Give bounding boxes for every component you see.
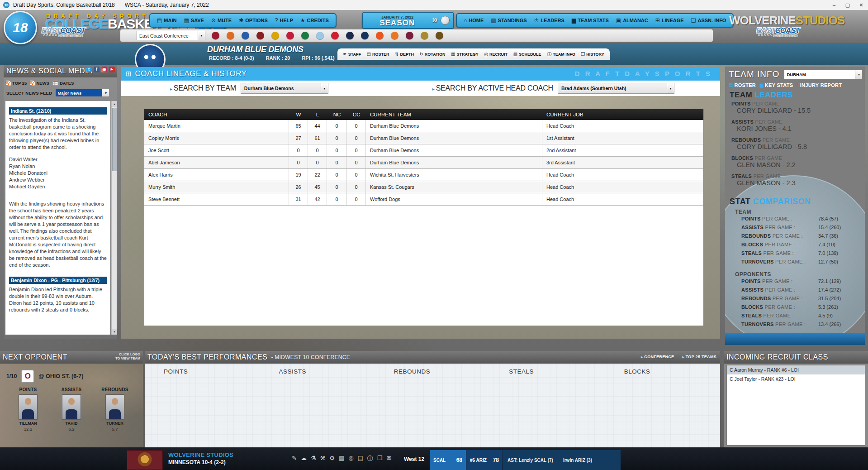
chevron-down-icon[interactable]: ▼ bbox=[855, 70, 862, 79]
team-logo[interactable] bbox=[391, 32, 398, 39]
main-button[interactable]: ▤ MAIN bbox=[154, 15, 180, 26]
tab-team-info[interactable]: ⓘ TEAM INFO bbox=[547, 51, 575, 58]
tab-schedule[interactable]: ▥ SCHEDULE bbox=[513, 52, 541, 57]
maximize-button[interactable]: ▢ bbox=[841, 0, 854, 10]
news-tab-news[interactable]: NEWS bbox=[30, 81, 49, 86]
lineage-button[interactable]: ⊞ LINEAGE bbox=[652, 15, 687, 26]
tools-icon[interactable]: ⚒ bbox=[320, 455, 326, 463]
news-scrollbar[interactable]: ▲ ▼ bbox=[111, 101, 117, 335]
gear-icon[interactable]: ⚙ bbox=[329, 455, 335, 463]
team-logo[interactable] bbox=[316, 32, 324, 39]
mute-button[interactable]: ⊘ MUTE bbox=[208, 15, 235, 26]
calendar-icon[interactable]: ▤ bbox=[358, 455, 363, 463]
roster-link[interactable]: ▤ ROSTER bbox=[729, 82, 756, 88]
options-button[interactable]: ✱ OPTIONS bbox=[236, 15, 271, 26]
footer-studio-link[interactable]: WOLVERINE STUDIOS bbox=[168, 451, 233, 458]
news-tab-top25[interactable]: TOP 25 bbox=[6, 81, 27, 86]
score-box[interactable]: SCAL 68 bbox=[430, 450, 466, 470]
binoculars-icon[interactable]: ◎ bbox=[348, 455, 353, 463]
team-logo[interactable] bbox=[406, 32, 413, 39]
basketball-icon[interactable] bbox=[441, 16, 450, 25]
assn-info-button[interactable]: ❑ ASSN. INFO bbox=[688, 15, 730, 26]
chevron-down-icon[interactable]: ▼ bbox=[102, 89, 109, 96]
table-row[interactable]: Joe Scott 0 0 0 0 Durham Blue Demons 2nd… bbox=[144, 144, 703, 157]
search-coach-dropdown[interactable]: Brad Adams (Southern Utah) ▼ bbox=[558, 83, 674, 94]
info-icon[interactable]: ⓘ bbox=[367, 455, 373, 463]
recruit-row[interactable]: C Joel Taylor - RANK #23 - LOI bbox=[727, 374, 865, 384]
table-row[interactable]: Abel Jameson 0 0 0 0 Durham Blue Demons … bbox=[144, 157, 703, 169]
team-logo[interactable] bbox=[376, 32, 384, 39]
tab-strategy[interactable]: ▦ STRATEGY bbox=[451, 52, 479, 57]
team-logo[interactable] bbox=[361, 32, 369, 39]
team-logo[interactable] bbox=[256, 32, 264, 39]
team-logo[interactable] bbox=[227, 32, 234, 39]
key-stats-link[interactable]: ▆ KEY STATS bbox=[760, 82, 793, 88]
tab-history[interactable]: ❒ HISTORY bbox=[581, 52, 604, 57]
scrollbar-thumb[interactable] bbox=[112, 108, 117, 171]
credits-button[interactable]: ★ CREDITS bbox=[297, 15, 332, 26]
scroll-down-icon[interactable]: ▼ bbox=[112, 329, 117, 335]
facebook-icon[interactable]: f bbox=[94, 67, 100, 72]
table-row[interactable]: Murry Smith 26 45 0 0 Kansas St. Cougars… bbox=[144, 181, 703, 193]
edit-icon[interactable]: ✎ bbox=[292, 455, 297, 463]
player-photo[interactable] bbox=[105, 394, 124, 420]
recruit-row[interactable]: C Aaron Murray - RANK #6 - LOI bbox=[727, 365, 865, 374]
search-team-dropdown[interactable]: Durham Blue Demons ▼ bbox=[241, 83, 328, 94]
team-stats-button[interactable]: ▆ TEAM STATS bbox=[569, 15, 612, 26]
table-row[interactable]: Steve Bennett 31 42 0 0 Wofford Dogs Hea… bbox=[144, 193, 703, 206]
team-logo[interactable] bbox=[271, 32, 279, 39]
player-photo[interactable] bbox=[19, 394, 38, 420]
standings-button[interactable]: ▥ STANDINGS bbox=[488, 15, 530, 26]
team-logo[interactable] bbox=[212, 32, 219, 39]
table-row[interactable]: Copley Morris 27 61 0 0 Durham Blue Demo… bbox=[144, 132, 703, 144]
team-logo[interactable] bbox=[331, 32, 339, 39]
conference-link[interactable]: ▸ CONFERENCE bbox=[641, 355, 674, 359]
close-button[interactable]: ✕ bbox=[854, 0, 868, 10]
save-button[interactable]: ▦ SAVE bbox=[180, 15, 207, 26]
top-25-teams-link[interactable]: ▸ TOP 25 TEAMS bbox=[682, 355, 716, 359]
tab-depth[interactable]: ⇅ DEPTH bbox=[395, 52, 414, 57]
player-photo[interactable] bbox=[62, 394, 81, 420]
news-feed-dropdown[interactable]: Major News ▼ bbox=[56, 89, 109, 96]
news-item-title[interactable]: Indiana St. (12/10) bbox=[9, 107, 107, 115]
flask-icon[interactable]: ⚗ bbox=[311, 455, 316, 463]
conference-dropdown[interactable]: East Coast Conference ▼ bbox=[137, 31, 205, 40]
cloud-icon[interactable]: ☁ bbox=[301, 455, 307, 463]
chevron-down-icon[interactable]: ▼ bbox=[321, 83, 328, 93]
team-logo[interactable] bbox=[301, 32, 309, 39]
news-tab-dates[interactable]: DATES bbox=[52, 80, 74, 86]
mascot-logo[interactable] bbox=[127, 450, 163, 470]
instagram-icon[interactable]: ◉ bbox=[101, 67, 107, 72]
tab-recruit[interactable]: ◎ RECRUIT bbox=[484, 52, 508, 57]
home-button[interactable]: ⌂ HOME bbox=[460, 15, 487, 26]
team-logo[interactable] bbox=[242, 32, 249, 39]
chevron-down-icon[interactable]: ▼ bbox=[198, 31, 205, 40]
score-box[interactable]: #6 ARIZ 78 bbox=[466, 450, 503, 470]
mail-icon[interactable]: ✉ bbox=[386, 455, 391, 463]
team-logo[interactable] bbox=[421, 32, 428, 39]
team-logo[interactable] bbox=[436, 32, 443, 39]
team-logo[interactable] bbox=[346, 32, 354, 39]
leaders-button[interactable]: ♔ LEADERS bbox=[531, 15, 568, 26]
season-advance-widget[interactable]: JANUARY 7, 2022 SEASON » bbox=[362, 12, 454, 29]
injury-report-link[interactable]: ! INJURY REPORT bbox=[797, 82, 842, 88]
help-button[interactable]: ? HELP bbox=[272, 15, 296, 26]
minimize-button[interactable]: – bbox=[827, 0, 841, 10]
almanac-button[interactable]: ▣ ALMANAC bbox=[613, 15, 651, 26]
tab-roster[interactable]: ▤ ROSTER bbox=[367, 52, 389, 57]
news-item-title[interactable]: Benjamin Dixon - PG - Pittsburgh (12/7) bbox=[9, 277, 107, 284]
opponent-team-logo[interactable]: O bbox=[21, 370, 34, 383]
tab-rotation[interactable]: ↻ ROTATION bbox=[419, 52, 445, 57]
team-select-dropdown[interactable]: DURHAM ▼ bbox=[784, 70, 863, 79]
advance-chevrons-icon[interactable]: » bbox=[432, 15, 438, 24]
book-icon[interactable]: ❒ bbox=[377, 455, 383, 463]
table-row[interactable]: Marque Martin 65 44 0 0 Durham Blue Demo… bbox=[144, 120, 703, 132]
scroll-up-icon[interactable]: ▲ bbox=[112, 101, 117, 107]
team-logo[interactable] bbox=[286, 32, 294, 39]
youtube-icon[interactable]: ▶ bbox=[109, 67, 115, 72]
grid-icon[interactable]: ▦ bbox=[339, 455, 344, 463]
tab-staff[interactable]: ✒ STAFF bbox=[343, 52, 361, 57]
table-row[interactable]: Alex Harris 19 22 0 0 Wichita St. Harves… bbox=[144, 169, 703, 181]
chevron-down-icon[interactable]: ▼ bbox=[667, 83, 674, 93]
twitter-icon[interactable]: t bbox=[86, 67, 92, 72]
